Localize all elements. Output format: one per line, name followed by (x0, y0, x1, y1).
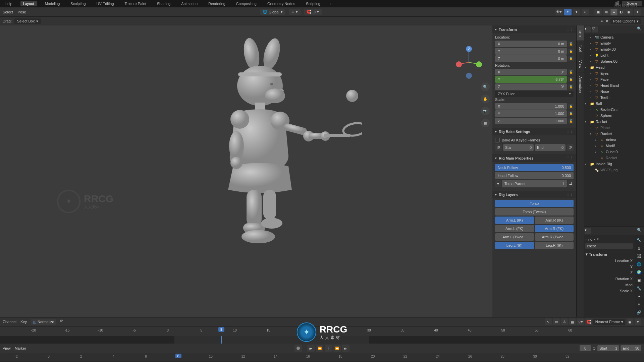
properties-dropdown[interactable]: ▾ (585, 228, 591, 234)
outliner-item[interactable]: ▸💡Light (584, 52, 644, 58)
rotation-mode-dropdown[interactable]: ZYX Euler▾ (495, 91, 574, 97)
prop-tab-bone[interactable]: 🦴 (635, 317, 643, 317)
neck-follow-field[interactable]: Neck Follow0.500 (495, 164, 574, 171)
prop-tab-scene[interactable]: 🌐 (635, 260, 643, 268)
proportional-toggle[interactable]: ◉ (627, 318, 633, 325)
wireframe-shading[interactable]: ⊞ (603, 9, 610, 15)
layer-leg-l-ik[interactable]: Leg.L (IK) (495, 242, 534, 249)
head-follow-field[interactable]: Head Follow0.000 (495, 172, 574, 179)
outliner-item[interactable]: ▸▽Modif (584, 143, 644, 149)
rendered-shading[interactable]: ◉ (625, 9, 633, 15)
prop-tab-physics[interactable]: ⚛ (635, 301, 643, 308)
workspace-tab-scripting[interactable]: Scripting (303, 1, 323, 6)
current-frame-field[interactable]: 8 (580, 345, 591, 351)
orientation-dropdown[interactable]: 🌐Global▾ (260, 9, 285, 15)
prev-key-button[interactable]: ⏪ (316, 345, 323, 352)
torso-parent-field[interactable]: Torso Parent1 (502, 180, 567, 187)
outliner-item[interactable]: ▸∿Cube.0 (584, 149, 644, 155)
workspace-tab-layout[interactable]: Layout (20, 1, 37, 6)
marker-menu[interactable]: Marker (15, 346, 26, 350)
bake-all-checkbox[interactable]: Bake All Keyed Frames (495, 137, 574, 143)
workspace-tab-sculpting[interactable]: Sculpting (68, 1, 88, 6)
snap-mode-dropdown[interactable]: Nearest Frame▾ (593, 319, 625, 325)
matprev-shading[interactable]: ◐ (618, 9, 625, 15)
outliner-item[interactable]: ▸▽Eyes (584, 70, 644, 76)
tab-animation[interactable]: Animation (577, 72, 584, 97)
lock-icon[interactable]: 🔓 (568, 118, 574, 124)
prop-tab-modifier[interactable]: 🔧 (635, 285, 643, 292)
shading-dropdown[interactable]: ▾ (634, 9, 641, 15)
prop-dropdown[interactable]: ▾ (635, 318, 641, 325)
lock-icon[interactable]: 🔓 (568, 69, 574, 75)
outliner-item[interactable]: ▸▽Sphere (584, 113, 644, 119)
zoom-icon[interactable]: 🔍 (481, 82, 490, 91)
scale-x-field[interactable]: X1.000 (495, 103, 567, 110)
clock-icon[interactable]: ⏱ (592, 346, 596, 350)
select-mode-dropdown[interactable]: Select Box▾ (14, 18, 41, 24)
workspace-tab-shading[interactable]: Shading (154, 1, 173, 6)
filter-icon[interactable]: ▽▾ (577, 318, 584, 325)
channel-menu[interactable]: Channel (3, 320, 16, 324)
workspace-tab-texpaint[interactable]: Texture Paint (122, 1, 149, 6)
filter-icon[interactable]: ▽ (592, 26, 598, 33)
workspace-tab-compositing[interactable]: Compositing (233, 1, 259, 6)
layer-torso[interactable]: Torso (495, 200, 574, 207)
lock-icon[interactable]: 🔓 (568, 77, 574, 82)
prop-tab-world[interactable]: 🌍 (635, 268, 643, 276)
pose-options-dropdown[interactable]: Pose Options▾ (610, 18, 641, 24)
rig-layers-header[interactable]: ▾Rig Layers⋮⋮ (492, 191, 576, 198)
help-menu[interactable]: Help (2, 1, 15, 6)
properties-breadcrumb[interactable]: ▫rig›✦ (585, 236, 633, 242)
next-key-button[interactable]: ⏩ (333, 345, 341, 352)
outliner-item[interactable]: ▸▽Anima (584, 137, 644, 143)
outliner-item[interactable]: ▸📷Camera (584, 34, 644, 40)
workspace-tab-geonodes[interactable]: Geometry Nodes (265, 1, 298, 6)
outliner-item[interactable]: ▸📁Inside Rig (584, 161, 644, 167)
box-icon[interactable]: ▭ (553, 318, 560, 325)
key-menu[interactable]: Key (20, 320, 27, 324)
visibility-dropdown[interactable]: 👁▾ (555, 9, 563, 15)
dopesheet-ruler[interactable]: -2024681012141618202224262830328 (0, 353, 644, 361)
view-menu[interactable]: View (3, 346, 11, 350)
lock-icon[interactable]: 🔓 (568, 41, 574, 47)
layer-arm-l-tweak[interactable]: Arm.L (Twea... (495, 233, 534, 241)
workspace-tab-rendering[interactable]: Rendering (206, 1, 228, 6)
gizmo-toggle[interactable]: ✦ (564, 9, 572, 15)
workspace-tab-animation[interactable]: Animation (178, 1, 200, 6)
outliner-item[interactable]: ▸▽Face (584, 76, 644, 82)
lock-icon[interactable]: 🔓 (568, 56, 574, 61)
lock-icon[interactable]: 🔓 (568, 49, 574, 54)
play-pause-button[interactable]: ⏸ (325, 345, 332, 352)
search-icon[interactable]: 🔍 (637, 26, 643, 33)
scale-z-field[interactable]: Z1.000 (495, 118, 567, 124)
jump-start-button[interactable]: ⏮ (307, 345, 315, 352)
lock-icon[interactable]: 🔓 (568, 84, 574, 89)
outliner-item[interactable]: ▸▽Teeth (584, 95, 644, 101)
jump-end-button[interactable]: ⏭ (342, 345, 350, 352)
layer-leg-r-ik[interactable]: Leg.R (IK) (535, 242, 574, 249)
prop-tab-view[interactable]: 🖼 (635, 252, 643, 260)
nav-gizmo[interactable]: Z (455, 46, 482, 82)
workspace-tab-modeling[interactable]: Modeling (42, 1, 63, 6)
xray-toggle[interactable]: ▣ (594, 9, 602, 15)
layer-arm-r-fk[interactable]: Arm.R (FK) (535, 225, 574, 232)
rig-main-header[interactable]: ▾Rig Main Properties⋮⋮ (492, 154, 576, 162)
lock-icon[interactable]: 🔓 (568, 104, 574, 109)
cursor-icon[interactable]: ↖ (545, 318, 552, 325)
outliner-item[interactable]: ▸▽Head Band (584, 82, 644, 88)
tab-view[interactable]: View (577, 56, 584, 73)
start-frame-field[interactable]: Start1 (597, 345, 619, 351)
workspace-tab-uv[interactable]: UV Editing (94, 1, 117, 6)
3d-viewport[interactable]: ✦ RRCG人人素材 Z 🔍 ✋ 📷 ▦ (0, 25, 492, 317)
loc-x-field[interactable]: X0 m (495, 41, 567, 47)
loc-z-field[interactable]: Z0 m (495, 55, 567, 62)
rot-x-field[interactable]: X0° (495, 69, 567, 75)
layer-arm-l-ik[interactable]: Arm.L (IK) (495, 217, 534, 224)
pan-icon[interactable]: ✋ (481, 95, 490, 103)
tab-item[interactable]: Item (577, 25, 584, 41)
gizmo-dropdown[interactable]: ▾ (573, 9, 580, 15)
lock-icon[interactable]: 🔓 (568, 111, 574, 116)
outliner-item[interactable]: ▾📁Ball (584, 101, 644, 107)
loc-y-field[interactable]: Y0 m (495, 48, 567, 55)
warning-icon[interactable]: ⚠ (561, 318, 568, 325)
